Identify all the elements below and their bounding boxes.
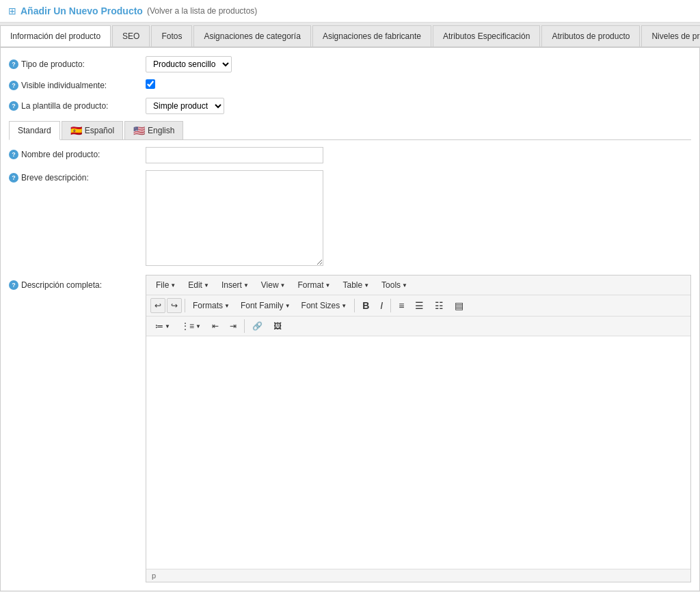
tab-prod-attrs[interactable]: Atributos de producto [541,25,640,46]
main-content: ? Tipo de producto: Producto sencillo ? … [0,47,700,591]
product-type-help-icon[interactable]: ? [9,59,18,69]
menu-view[interactable]: View ▼ [256,278,291,292]
product-name-input[interactable] [146,147,323,163]
font-sizes-label: Font Sizes [301,301,340,310]
full-desc-row: ? Descripción completa: File ▼ Edit ▼ In… [9,275,691,582]
editor-body[interactable] [146,336,690,569]
short-desc-row: ? Breve descripción: [9,170,691,268]
template-help-icon[interactable]: ? [9,101,18,111]
editor-toolbar2: ≔ ▼ ⋮≡ ▼ ⇤ ⇥ 🔗 🖼 [146,317,690,336]
align-left-button[interactable]: ≡ [394,297,409,314]
italic-button[interactable]: I [375,297,388,314]
product-name-control [146,147,323,163]
tab-spec-attrs[interactable]: Atributos Especificación [433,25,540,46]
page-header: ⊞ Añadir Un Nuevo Producto (Volver a la … [0,0,700,23]
editor-toolbar1: ↩ ↪ Formats ▼ Font Family ▼ Font Sizes [146,295,690,317]
page-subtitle: (Volver a la lista de productos) [147,6,257,16]
short-desc-textarea[interactable] [146,170,323,266]
edit-caret: ▼ [204,282,209,288]
page-title-link[interactable]: Añadir Un Nuevo Producto [21,5,143,16]
toolbar-sep2 [354,299,355,312]
visible-checkbox[interactable] [146,79,155,89]
tab-photos[interactable]: Fotos [151,25,192,46]
font-family-label: Font Family [241,301,284,310]
statusbar-path: p [152,571,156,580]
full-desc-label: ? Descripción completa: [9,275,146,290]
formats-caret: ▼ [224,303,230,309]
visible-help-icon[interactable]: ? [9,81,18,90]
tab-seo[interactable]: SEO [112,25,150,46]
format-caret: ▼ [325,282,331,288]
ol-caret: ▼ [196,323,201,329]
full-desc-help-icon[interactable]: ? [9,280,18,290]
font-family-select-wrap[interactable]: Font Family ▼ [236,298,295,313]
indent-button[interactable]: ⇥ [225,319,241,334]
editor-menubar: File ▼ Edit ▼ Insert ▼ View ▼ [146,275,690,295]
insert-caret: ▼ [243,282,249,288]
main-tabs-nav: Información del producto SEO Fotos Asign… [0,23,700,47]
ordered-list-btn[interactable]: ⋮≡ ▼ [176,319,206,334]
align-center-button[interactable]: ☰ [410,297,429,314]
template-select[interactable]: Simple product [146,98,224,114]
product-name-label: ? Nombre del producto: [9,147,146,159]
tab-manufacturer[interactable]: Asignaciones de fabricante [312,25,431,46]
lang-tabs: Standard 🇪🇸 Español 🇺🇸 English [9,121,691,140]
short-desc-control [146,170,323,268]
visible-row: ? Visible individualmente: [9,79,691,91]
menu-edit[interactable]: Edit ▼ [183,278,215,292]
file-caret: ▼ [170,282,176,288]
tools-caret: ▼ [402,282,407,288]
short-desc-help-icon[interactable]: ? [9,173,18,183]
undo-button[interactable]: ↩ [150,298,165,313]
view-caret: ▼ [280,282,286,288]
visible-label: ? Visible individualmente: [9,81,146,90]
font-sizes-select-wrap[interactable]: Font Sizes ▼ [297,298,352,313]
flag-spanish: 🇪🇸 [70,125,82,136]
ul-caret: ▼ [165,323,170,329]
font-sizes-caret: ▼ [341,303,347,309]
editor-wrap: File ▼ Edit ▼ Insert ▼ View ▼ [146,275,691,582]
lang-tab-spanish[interactable]: 🇪🇸 Español [62,121,123,139]
product-type-control: Producto sencillo [146,56,691,72]
product-type-select[interactable]: Producto sencillo [146,56,232,72]
lang-tab-standard[interactable]: Standard [9,121,60,140]
toolbar-sep3 [390,299,391,312]
table-caret: ▼ [364,282,369,288]
toolbar-sep1 [185,299,185,312]
product-type-row: ? Tipo de producto: Producto sencillo [9,56,691,72]
menu-format[interactable]: Format ▼ [293,278,336,292]
visible-control [146,79,691,91]
product-type-label: ? Tipo de producto: [9,59,146,69]
template-label: ? La plantilla de producto: [9,101,146,111]
lang-tab-english[interactable]: 🇺🇸 English [124,121,183,139]
menu-insert[interactable]: Insert ▼ [216,278,254,292]
template-row: ? La plantilla de producto: Simple produ… [9,98,691,114]
toolbar-sep4 [244,319,245,333]
flag-english: 🇺🇸 [133,125,145,136]
product-name-row: ? Nombre del producto: [9,147,691,163]
align-justify-button[interactable]: ▤ [450,297,468,314]
link-button[interactable]: 🔗 [247,319,267,334]
full-desc-content: File ▼ Edit ▼ Insert ▼ View ▼ [146,275,691,582]
tab-price-levels[interactable]: Niveles de prec [641,25,700,46]
unordered-list-btn[interactable]: ≔ ▼ [150,319,175,334]
formats-select-wrap[interactable]: Formats ▼ [188,298,234,313]
font-family-caret: ▼ [285,303,291,309]
editor-statusbar: p [146,569,690,582]
formats-label: Formats [193,301,223,310]
tab-category[interactable]: Asignaciones de categoría [193,25,310,46]
product-name-help-icon[interactable]: ? [9,150,18,159]
header-icon: ⊞ [8,5,16,16]
menu-file[interactable]: File ▼ [150,278,181,292]
tab-info[interactable]: Información del producto [0,25,111,47]
outdent-button[interactable]: ⇤ [207,319,224,334]
undo-redo: ↩ ↪ [150,298,182,313]
short-desc-label: ? Breve descripción: [9,170,146,183]
bold-button[interactable]: B [358,297,374,314]
menu-tools[interactable]: Tools ▼ [376,278,413,292]
image-button[interactable]: 🖼 [269,319,286,334]
redo-button[interactable]: ↪ [167,298,182,313]
align-right-button[interactable]: ☷ [430,297,448,314]
menu-table[interactable]: Table ▼ [337,278,375,292]
template-control: Simple product [146,98,691,114]
